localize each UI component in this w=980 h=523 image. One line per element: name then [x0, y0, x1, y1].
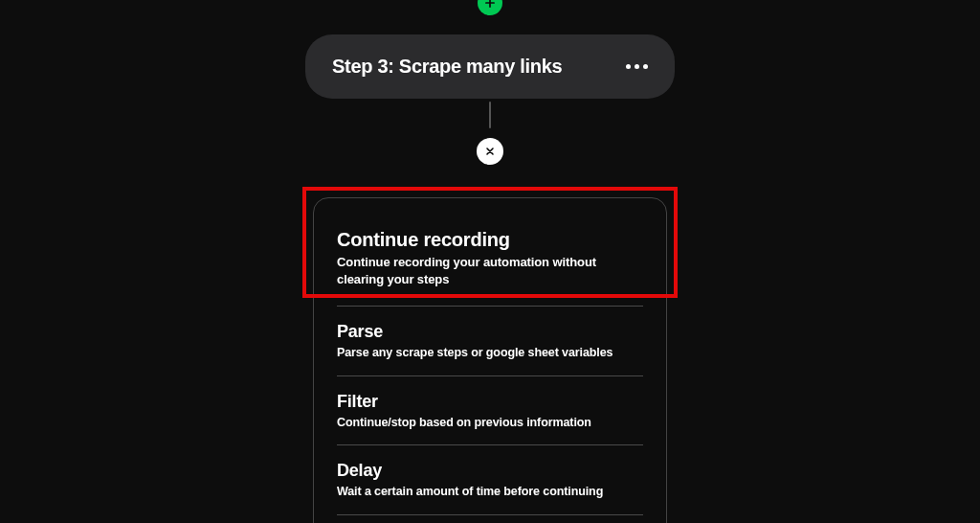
connector-line	[489, 102, 491, 128]
close-button[interactable]	[477, 138, 503, 165]
more-icon	[626, 64, 631, 69]
menu-item-filter[interactable]: Filter Continue/stop based on previous i…	[337, 376, 643, 446]
step-more-button[interactable]	[626, 64, 648, 69]
step-title: Step 3: Scrape many links	[332, 56, 562, 78]
menu-item-title: Parse	[337, 322, 643, 342]
add-step-button[interactable]	[478, 0, 502, 15]
menu-item-delay[interactable]: Delay Wait a certain amount of time befo…	[337, 445, 643, 515]
action-menu-panel: Continue recording Continue recording yo…	[313, 197, 667, 523]
more-icon	[643, 64, 648, 69]
plus-icon	[483, 0, 497, 10]
menu-item-desc: Wait a certain amount of time before con…	[337, 484, 643, 501]
menu-item-desc: Continue/stop based on previous informat…	[337, 415, 643, 432]
menu-item-desc: Continue recording your automation witho…	[337, 254, 643, 288]
menu-item-desc: Parse any scrape steps or google sheet v…	[337, 345, 643, 362]
menu-item-parse[interactable]: Parse Parse any scrape steps or google s…	[337, 307, 643, 376]
menu-item-title: Delay	[337, 461, 643, 481]
menu-item-title: Continue recording	[337, 229, 643, 251]
menu-item-continue-recording[interactable]: Continue recording Continue recording yo…	[337, 210, 643, 307]
step-card[interactable]: Step 3: Scrape many links	[305, 34, 675, 99]
menu-item-title: Filter	[337, 392, 643, 412]
close-icon	[484, 146, 496, 157]
menu-item-url[interactable]: URL Go to a any URL	[337, 515, 643, 523]
more-icon	[635, 64, 639, 69]
